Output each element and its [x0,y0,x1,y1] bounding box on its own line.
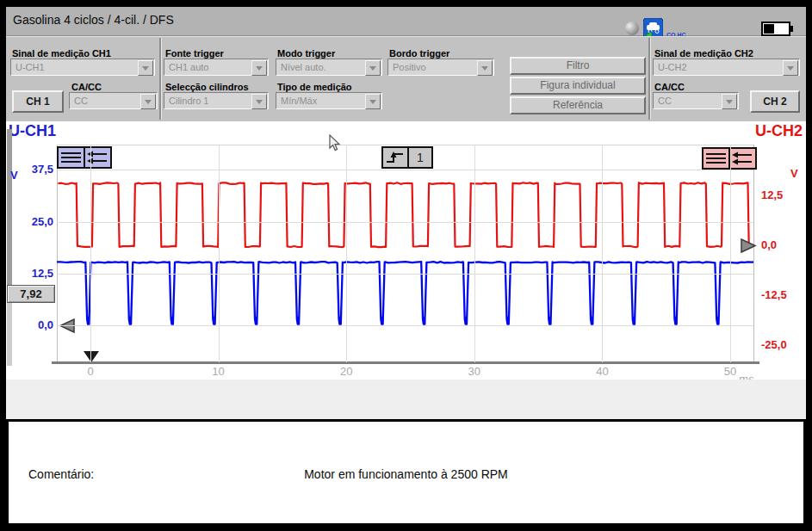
ch1-shift-left-icon[interactable] [85,148,110,167]
cacc-ch1-value: CC [74,96,88,106]
left-tick-label: 12,5 [14,267,53,280]
cacc-ch1-label: CA/CC [71,82,102,92]
bordo-trigger-label: Bordo trigger [389,48,449,59]
chevron-down-icon[interactable] [365,60,381,76]
lower-band [6,380,806,419]
level-indicator-track-upper [7,129,12,299]
left-tick-label: 37,5 [14,163,53,176]
chevron-down-icon[interactable] [251,94,267,109]
bordo-trigger-select[interactable]: Positivo [387,59,494,76]
right-tick-label: -25,0 [761,338,787,351]
chevron-down-icon[interactable] [477,60,493,76]
figura-individual-button[interactable]: Figura individual [510,77,646,95]
modo-trigger-value: Nível auto. [281,62,326,72]
ch1-zero-marker[interactable] [59,318,76,334]
level-indicator-track-lower [7,299,12,366]
ch2-curve-title: U-CH2 [755,122,803,140]
gridline-horizontal [57,170,753,170]
ch1-scale-controls [57,146,112,169]
trigger-time-marker[interactable] [83,350,100,363]
vehicle-exhaust-icon [643,18,663,38]
chevron-down-icon[interactable] [251,60,267,76]
seleccao-cilindros-label: Selecção cilindros [165,82,249,92]
ch2-shift-left-icon[interactable] [730,149,755,168]
x-tick-label: 0 [77,365,103,378]
trigger-edge-icon[interactable] [383,148,409,167]
ch1-button[interactable]: CH 1 [12,90,64,113]
fonte-trigger-label: Fonte trigger [165,48,224,59]
filtro-button[interactable]: Filtro [510,57,646,75]
ch2-trace [58,182,752,247]
seleccao-cilindros-value: Cilindro 1 [169,96,208,106]
gridline-horizontal [57,325,753,326]
tipo-medicao-select[interactable]: Mín/Máx [276,92,382,109]
modo-trigger-select[interactable]: Nível auto. [276,59,382,76]
ch2-lines-icon[interactable] [704,149,730,168]
ch2-zero-marker[interactable] [740,238,757,254]
ch2-button[interactable]: CH 2 [750,90,800,113]
mouse-cursor-icon [329,134,341,151]
tipo-medicao-label: Tipo de medição [277,82,352,92]
battery-icon [761,22,794,36]
signal-ch2-value: U-CH2 [658,62,687,72]
x-tick-label: 20 [333,365,359,378]
gridline-vertical [90,145,91,362]
right-tick-label: 0,0 [761,238,777,251]
cacc-ch2-value: CC [658,96,672,106]
signal-ch1-value: U-CH1 [15,62,45,72]
tipo-medicao-value: Mín/Máx [281,96,317,106]
chevron-down-icon[interactable] [365,94,381,109]
signal-ch2-select[interactable]: U-CH2 [653,59,800,76]
left-tick-label: 25,0 [14,215,53,228]
fonte-trigger-select[interactable]: CH1 auto [164,59,269,76]
app-window: Gasolina 4 ciclos / 4-cil. / DFS CO HC N… [0,0,812,531]
cacc-ch1-select[interactable]: CC [69,92,158,109]
x-tick-label: 40 [589,365,615,378]
measurement-readout: 7,92 [7,285,55,303]
panel-divider [159,38,162,120]
fonte-trigger-value: CH1 auto [169,62,208,72]
modo-trigger-label: Modo trigger [277,48,335,59]
cacc-ch2-label: CA/CC [654,82,685,92]
waveform-plot[interactable] [57,145,753,362]
ch1-trace [57,262,753,324]
chevron-down-icon[interactable] [138,60,153,76]
gridline-vertical [219,145,220,362]
gridline-vertical [474,145,475,362]
bordo-trigger-value: Positivo [393,62,426,72]
gridline-vertical [602,145,603,362]
trigger-cylinder-number[interactable]: 1 [409,148,431,167]
x-tick-label: 10 [206,365,232,378]
cacc-ch2-select[interactable]: CC [653,92,739,109]
signal-ch1-select[interactable]: U-CH1 [10,59,155,76]
panel-divider [648,38,651,120]
x-tick-label: 50 [717,365,743,378]
right-axis-unit: V [790,167,798,180]
seleccao-cilindros-select[interactable]: Cilindro 1 [164,92,269,109]
right-tick-label: -12,5 [761,288,787,301]
signal-ch1-label: Sinal de medição CH1 [12,48,111,59]
ch1-curve-title: U-CH1 [9,122,56,140]
page-title: Gasolina 4 ciclos / 4-cil. / DFS [13,13,174,27]
chevron-down-icon[interactable] [140,94,156,109]
referencia-button[interactable]: Referência [510,96,646,114]
trigger-controls: 1 [381,146,433,169]
signal-ch2-label: Sinal de medição CH2 [654,48,753,59]
chevron-down-icon[interactable] [783,60,798,76]
right-tick-label: 12,5 [761,188,783,201]
gridline-horizontal [57,274,753,275]
comment-text: Motor em funcionamento à 2500 RPM [9,467,803,481]
gridline-horizontal [57,222,753,223]
chevron-down-icon[interactable] [722,94,737,109]
gridline-vertical [730,145,731,362]
ch1-lines-icon[interactable] [59,148,85,167]
status-ball-icon [625,22,639,35]
comment-box: Comentário: Motor em funcionamento à 250… [6,419,806,526]
gridline-vertical [346,145,347,362]
ch2-scale-controls [702,147,757,170]
x-tick-label: 30 [462,365,487,378]
left-tick-label: 0,0 [14,318,53,331]
